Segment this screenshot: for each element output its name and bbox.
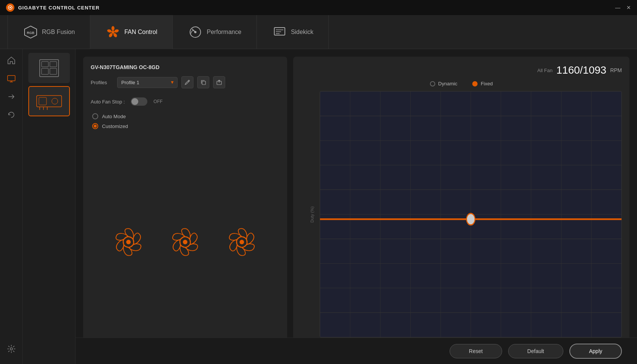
close-button[interactable]: ✕ (626, 5, 631, 11)
svg-rect-16 (8, 76, 15, 81)
sidekick-icon (272, 25, 287, 40)
svg-text:RGB: RGB (27, 31, 35, 35)
device-sidebar (23, 49, 76, 364)
svg-rect-26 (39, 97, 46, 105)
nav-item-rgb-fusion[interactable]: RGB RGB Fusion (8, 15, 90, 49)
svg-rect-24 (50, 68, 57, 74)
device-name: GV-N307TGAMING OC-8GD (91, 64, 280, 70)
svg-rect-31 (202, 81, 206, 85)
chart-container: Duty (%) (320, 91, 622, 338)
radio-label-auto: Auto Mode (102, 114, 126, 119)
profile-select[interactable]: Profile 1 Profile 2 Profile 3 (117, 77, 178, 88)
nav-item-performance[interactable]: Performance (173, 15, 257, 49)
sidebar-home[interactable] (4, 53, 19, 68)
sidebar-arrow[interactable] (4, 89, 19, 104)
nav-bar: RGB RGB Fusion FAN Control (0, 15, 637, 49)
nav-label-rgb-fusion: RGB Fusion (42, 29, 75, 35)
apply-button[interactable]: Apply (569, 344, 622, 359)
device-thumb-motherboard[interactable] (28, 53, 70, 83)
svg-rect-22 (50, 62, 57, 67)
nav-label-performance: Performance (207, 29, 241, 35)
toggle-knob (131, 98, 138, 105)
svg-point-27 (52, 98, 58, 104)
main-layout: GV-N307TGAMING OC-8GD Profiles Profile 1… (0, 49, 637, 364)
svg-point-4 (111, 31, 114, 34)
sidebar-settings[interactable] (4, 341, 19, 356)
radio-auto-mode[interactable]: Auto Mode (92, 113, 280, 119)
profile-edit-button[interactable] (181, 76, 193, 88)
app-title: GIGABYTE CONTROL CENTER (18, 5, 100, 11)
radio-group: Auto Mode Customized (92, 113, 280, 129)
sidebar (0, 49, 23, 364)
nav-label-fan-control: FAN Control (124, 29, 157, 35)
svg-rect-12 (274, 28, 285, 35)
window-controls: — ✕ (615, 5, 631, 11)
content-area: GV-N307TGAMING OC-8GD Profiles Profile 1… (76, 49, 637, 364)
radio-dot-customized (94, 125, 97, 128)
svg-point-36 (183, 240, 187, 244)
sidebar-display[interactable] (4, 71, 19, 86)
radio-customized[interactable]: Customized (92, 123, 280, 129)
chart-handle[interactable] (467, 213, 475, 225)
auto-fan-row: Auto Fan Stop : OFF (91, 97, 280, 106)
fan-control-icon (105, 25, 121, 40)
bottom-bar: Reset Default Apply (76, 338, 637, 364)
nav-item-fan-control[interactable]: FAN Control (90, 15, 173, 49)
profiles-label: Profiles (91, 80, 113, 85)
device-thumb-gpu[interactable] (28, 86, 70, 116)
toggle-state-label: OFF (153, 99, 162, 104)
chart-svg (320, 91, 622, 337)
reset-button[interactable]: Reset (450, 344, 502, 358)
all-fan-label: All Fan (537, 68, 552, 73)
svg-point-38 (240, 240, 244, 244)
title-bar-left: GIGABYTE CONTROL CENTER (6, 3, 100, 12)
auto-fan-label: Auto Fan Stop : (91, 99, 125, 105)
nav-label-sidekick: Sidekick (291, 29, 314, 35)
profiles-row: Profiles Profile 1 Profile 2 Profile 3 ▼ (91, 76, 280, 88)
svg-point-34 (126, 240, 131, 244)
mode-label-dynamic: Dynamic (438, 81, 458, 86)
svg-point-9 (107, 29, 112, 33)
fan-icon-2 (161, 217, 210, 267)
default-button[interactable]: Default (508, 344, 563, 358)
svg-rect-23 (42, 68, 48, 74)
left-panel: GV-N307TGAMING OC-8GD Profiles Profile 1… (83, 57, 287, 356)
mode-row: Dynamic Fixed (301, 81, 622, 86)
mode-radio-dynamic (430, 81, 435, 86)
radio-label-customized: Customized (102, 123, 128, 129)
profile-export-button[interactable] (213, 76, 225, 88)
sidebar-refresh[interactable] (4, 107, 19, 122)
fan-icon-3 (217, 217, 266, 267)
performance-icon (188, 25, 203, 40)
fan-icon-1 (104, 217, 153, 267)
mode-fixed[interactable]: Fixed (472, 81, 493, 86)
nav-item-sidekick[interactable]: Sidekick (257, 15, 329, 49)
mode-label-fixed: Fixed (481, 81, 493, 86)
rpm-unit: RPM (610, 67, 622, 73)
auto-fan-toggle[interactable] (131, 97, 147, 106)
rgb-fusion-icon: RGB (23, 25, 38, 40)
app-logo (6, 3, 14, 12)
svg-point-6 (114, 29, 119, 33)
svg-point-5 (111, 26, 114, 31)
svg-point-19 (10, 348, 12, 350)
radio-circle-customized (92, 123, 98, 129)
svg-point-1 (9, 7, 11, 8)
rpm-row: All Fan 1160/1093 RPM (301, 64, 622, 76)
profile-copy-button[interactable] (197, 76, 209, 88)
mode-radio-fixed (472, 81, 478, 86)
svg-rect-21 (42, 62, 48, 67)
rpm-value: 1160/1093 (557, 64, 606, 76)
radio-circle-auto (92, 113, 98, 119)
chart-y-label: Duty (%) (310, 206, 314, 222)
title-bar: GIGABYTE CONTROL CENTER — ✕ (0, 0, 637, 15)
fans-area (91, 135, 280, 349)
right-panel: All Fan 1160/1093 RPM Dynamic Fixed Duty… (293, 57, 629, 356)
profile-select-wrapper: Profile 1 Profile 2 Profile 3 ▼ (117, 77, 178, 88)
mode-dynamic[interactable]: Dynamic (430, 81, 458, 86)
minimize-button[interactable]: — (615, 5, 620, 11)
